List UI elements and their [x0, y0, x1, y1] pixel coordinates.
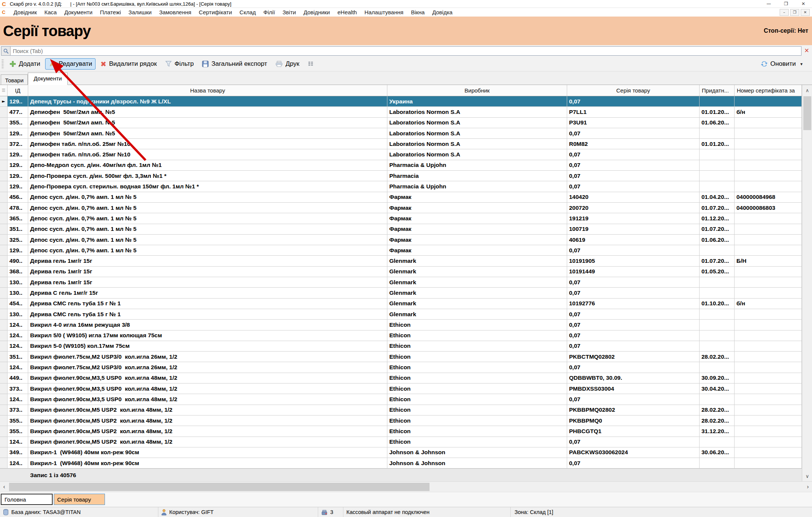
column-header-0[interactable]: ІД — [8, 85, 28, 96]
table-row[interactable]: 129..Депо-Медрол сусп. д/ин. 40мг/мл фл.… — [0, 160, 802, 171]
table-row[interactable]: 130..Дерива С гель 1мг/г 15гGlenmark0,07 — [0, 288, 802, 298]
table-row[interactable]: 129..Депиофен 50мг/2мл амп. №5Laboratori… — [0, 128, 802, 139]
table-row[interactable]: 372..Депиофен табл. п/пл.об. 25мг №10Lab… — [0, 139, 802, 149]
cell-series: 0,07 — [567, 245, 700, 255]
menu-item-0[interactable]: Довідник — [10, 9, 41, 15]
table-row[interactable]: 351..Депос сусп. д/ин. 0,7% амп. 1 мл № … — [0, 224, 802, 235]
table-row[interactable]: 124..Викрил фиолет.90см,М5 USP2 кол.игла… — [0, 437, 802, 447]
table-row[interactable]: 449..Викрил фиолет.90см,М3,5 USP0 кол.иг… — [0, 373, 802, 384]
menu-item-10[interactable]: Довідники — [300, 9, 334, 15]
menu-item-6[interactable]: Сертифікати — [195, 9, 236, 15]
mdi-close-button[interactable]: ✕ — [801, 9, 810, 16]
app-logo-icon-small: C — [2, 9, 8, 15]
search-icon[interactable] — [2, 47, 11, 55]
close-button[interactable]: ✕ — [795, 0, 812, 8]
menu-item-2[interactable]: Документи — [61, 9, 96, 15]
menu-item-5[interactable]: Замовлення — [155, 9, 195, 15]
table-row[interactable]: 124..Викрил 5-0 (W9105) кол.17мм 75смEth… — [0, 341, 802, 352]
vertical-scroll-thumb[interactable] — [803, 96, 811, 130]
menu-item-13[interactable]: Вікна — [407, 9, 429, 15]
cell-expiry: 31.12.20... — [700, 426, 735, 436]
scroll-down-icon[interactable]: ∨ — [802, 471, 812, 481]
scroll-left-icon[interactable]: ‹ — [0, 482, 8, 492]
table-row[interactable]: ►129..Депенд Трусы - подгузники д/взросл… — [0, 96, 802, 107]
table-row[interactable]: 124..Викрил фиолет.90см,М3,5 USP0 кол.иг… — [0, 394, 802, 405]
menu-item-8[interactable]: Філії — [260, 9, 279, 15]
table-row[interactable]: 129..Депиофен табл. п/пл.об. 25мг №10Lab… — [0, 149, 802, 160]
bottom-tab-0[interactable]: Головна — [1, 494, 53, 505]
menu-item-9[interactable]: Звіти — [279, 9, 300, 15]
table-row[interactable]: 365..Депос сусп. д/ин. 0,7% амп. 1 мл № … — [0, 213, 802, 224]
cell-expiry — [700, 181, 735, 191]
scroll-up-icon[interactable]: ∧ — [802, 85, 812, 96]
table-row[interactable]: 490..Дерива гель 1мг/г 15гGlenmark101919… — [0, 256, 802, 266]
column-header-1[interactable]: Назва товару — [28, 85, 387, 96]
add-button[interactable]: Додати — [6, 58, 44, 70]
menu-item-12[interactable]: Налаштування — [361, 9, 407, 15]
export-button[interactable]: Загальний експорт — [199, 58, 270, 70]
print-button[interactable]: Друк — [272, 58, 303, 70]
cell-certificate — [735, 118, 802, 128]
table-row[interactable]: 351..Викрил фиолет.75см,М2 USP3/0 кол.иг… — [0, 352, 802, 362]
table-row[interactable]: 124..Викрил-1 (W9468) 40мм кол-реж 90смJ… — [0, 458, 802, 468]
menu-item-3[interactable]: Платежі — [96, 9, 125, 15]
funnel-icon — [165, 61, 172, 67]
table-row[interactable]: 129..Депос сусп. д/ин. 0,7% амп. 1 мл № … — [0, 245, 802, 256]
table-row[interactable]: 130..Дерива СМС гель туба 15 г № 1Glenma… — [0, 309, 802, 320]
clear-search-icon[interactable]: ✕ — [803, 47, 810, 55]
table-row[interactable]: 355..Депиофен 50мг/2мл амп. №5Laboratori… — [0, 118, 802, 128]
table-row[interactable]: 373..Викрил фиолет.90см,М3,5 USP0 кол.иг… — [0, 384, 802, 394]
table-row[interactable]: 325..Депос сусп. д/ин. 0,7% амп. 1 мл № … — [0, 235, 802, 245]
table-row[interactable]: 456..Депос сусп. д/ин. 0,7% амп. 1 мл № … — [0, 192, 802, 203]
scroll-right-icon[interactable]: › — [804, 482, 812, 492]
refresh-button[interactable]: Оновити ▼ — [757, 58, 807, 70]
minimize-button[interactable]: — — [760, 0, 777, 8]
row-indicator — [0, 224, 8, 234]
table-row[interactable]: 373..Викрил фиолет.90см,М5 USP2 кол.игла… — [0, 405, 802, 415]
delete-row-button[interactable]: ✖ Видалити рядок — [97, 58, 160, 70]
table-row[interactable]: 478..Депос сусп. д/ин. 0,7% амп. 1 мл № … — [0, 203, 802, 213]
table-row[interactable]: 130..Дерива гель 1мг/г 15гGlenmark0,07 — [0, 277, 802, 288]
tab-товари[interactable]: Товари — [1, 74, 28, 85]
table-row[interactable]: 124..Викрил 4-0 игла 16мм режущая 3/8Eth… — [0, 320, 802, 330]
column-header-4[interactable]: Придатн... — [700, 85, 735, 96]
vertical-scrollbar[interactable]: ∧ ∨ — [802, 85, 812, 481]
table-row[interactable]: 477..Депиофен 50мг/2мл амп. №5Laboratori… — [0, 107, 802, 117]
table-row[interactable]: 129..Депо-Провера сусп. д/ин. 500мг фл. … — [0, 171, 802, 181]
menu-item-7[interactable]: Склад — [236, 9, 260, 15]
search-box[interactable] — [1, 46, 801, 56]
menu-item-4[interactable]: Залишки — [125, 9, 156, 15]
table-row[interactable]: 368..Дерива гель 1мг/г 15гGlenmark101914… — [0, 267, 802, 277]
mdi-minimize-button[interactable]: – — [780, 9, 789, 16]
table-row[interactable]: 355..Викрил фиолет.90см,М5 USP2 кол.игла… — [0, 426, 802, 437]
cash-count-label: 3 — [330, 509, 333, 515]
menu-item-1[interactable]: Каса — [41, 9, 61, 15]
refresh-dropdown-icon[interactable]: ▼ — [800, 62, 803, 66]
cell-manufacturer: Laboratorios Normon S.A — [387, 107, 567, 117]
tab-документи[interactable]: Документи — [28, 73, 68, 85]
filter-button[interactable]: Фільтр — [162, 58, 197, 70]
toolbar-grip[interactable] — [2, 59, 4, 69]
bottom-tab-1[interactable]: Серія товару — [54, 494, 105, 505]
column-header-2[interactable]: Виробник — [387, 85, 567, 96]
cell-name: Викрил фиолет.90см,М5 USP2 кол.игла 48мм… — [28, 405, 387, 415]
table-row[interactable]: 124..Викрил фиолет.75см,М2 USP3/0 кол.иг… — [0, 362, 802, 373]
cell-certificate — [735, 362, 802, 372]
table-row[interactable]: 349..Викрил-1 (W9468) 40мм кол-реж 90смJ… — [0, 447, 802, 458]
table-row[interactable]: 355..Викрил фиолет.90см,М5 USP2 кол.игла… — [0, 415, 802, 426]
edit-button[interactable]: Редагувати — [45, 58, 96, 70]
column-header-3[interactable]: Серія товару — [567, 85, 700, 96]
table-row[interactable]: 129..Депо-Провера сусп. стерильн. водная… — [0, 181, 802, 192]
columns-button[interactable] — [304, 59, 318, 69]
mdi-restore-button[interactable]: ❐ — [790, 9, 799, 16]
horizontal-scroll-thumb[interactable] — [9, 483, 430, 491]
restore-button[interactable]: ❐ — [777, 0, 795, 8]
search-input[interactable] — [11, 48, 801, 54]
menu-item-11[interactable]: eHealth — [334, 9, 361, 15]
menu-item-14[interactable]: Довідка — [428, 9, 456, 15]
horizontal-scrollbar[interactable]: ‹ › — [0, 481, 812, 492]
table-row[interactable]: 454..Дерива СМС гель туба 15 г № 1Glenma… — [0, 299, 802, 309]
cell-name: Депо-Провера сусп. стерильн. водная 150м… — [28, 181, 387, 191]
table-row[interactable]: 124..Викрил 5/0 ( W9105) игла 17мм колющ… — [0, 331, 802, 341]
column-header-5[interactable]: Номер сертифіката за — [735, 85, 802, 96]
